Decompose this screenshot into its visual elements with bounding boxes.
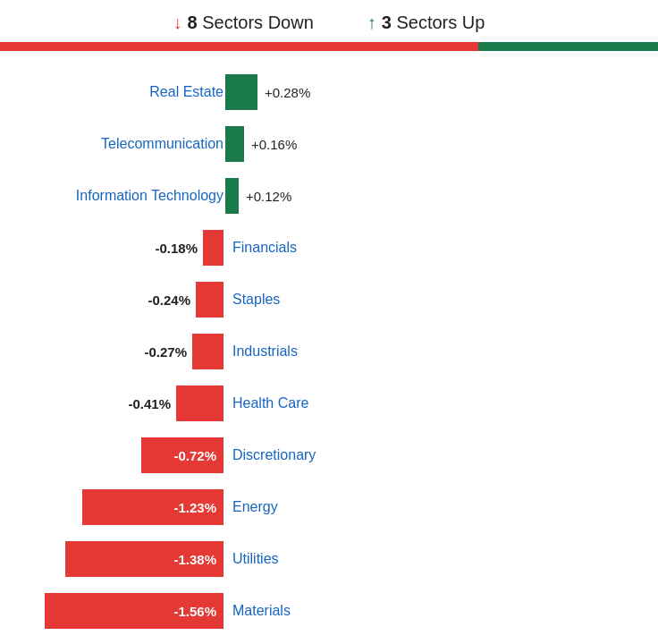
sector-label-left: Telecommunication [18,136,224,152]
sector-name: Telecommunication [101,136,224,152]
sector-name: Industrials [232,343,298,360]
progress-down [0,42,478,51]
sector-value: -0.18% [155,241,198,256]
sector-value: -0.24% [148,292,190,308]
table-row: -0.24% Staples [18,276,640,323]
table-row: Telecommunication +0.16% [18,121,640,167]
app-container: ↓ 8 Sectors Down ↑ 3 Sectors Up Real Est… [0,0,658,634]
sector-label-right: Financials [224,240,297,256]
negative-bar: -1.23% [82,489,224,525]
sector-value: -0.27% [144,344,187,360]
sector-label-left: Real Estate [18,84,224,100]
sector-label-right: Energy [224,499,278,515]
chart: Real Estate +0.28% Telecommunication +0.… [0,69,658,634]
table-row: -0.41% Health Care [18,380,640,427]
table-row: Real Estate +0.28% [18,69,640,115]
sector-label-right: Staples [224,292,280,308]
table-row: -0.72% Discretionary [18,432,640,479]
negative-bar: -0.72% [141,437,224,473]
sector-bar-left: -1.56% [18,593,224,629]
negative-bar [196,282,224,318]
table-row: -1.38% Utilities [18,536,640,582]
sector-name: Energy [232,499,278,515]
sector-value: -0.41% [128,396,171,411]
sector-name: Information Technology [76,188,224,204]
sectors-down-item: ↓ 8 Sectors Down [173,13,314,33]
progress-up [478,42,658,51]
sector-bar-left: -1.23% [18,489,224,525]
sector-bar-right: +0.28% [224,74,310,110]
sectors-up-label: 3 Sectors Up [382,13,485,33]
sector-label-right: Materials [224,603,291,619]
sector-bar-left: -0.18% [18,230,224,266]
table-row: -1.56% Materials [18,588,640,634]
sector-label-right: Industrials [224,343,298,360]
sector-value: +0.28% [265,85,310,100]
sector-value: +0.16% [251,137,297,152]
header: ↓ 8 Sectors Down ↑ 3 Sectors Up [0,0,658,42]
sector-name: Discretionary [232,447,316,463]
negative-bar [192,334,224,369]
sector-name: Utilities [232,551,279,567]
progress-bar [0,42,658,51]
negative-bar [203,230,224,266]
sector-value: +0.12% [246,189,291,204]
negative-bar [176,386,224,421]
sector-bar-left: -0.27% [18,334,224,369]
sector-name: Financials [232,240,297,256]
sector-name: Health Care [232,395,308,411]
sector-bar-left: -1.38% [18,541,224,577]
sector-name: Materials [232,603,291,619]
positive-bar [225,178,239,214]
positive-bar [225,74,257,110]
table-row: Information Technology +0.12% [18,173,640,219]
sector-label-left: Information Technology [18,188,224,204]
table-row: -1.23% Energy [18,484,640,530]
sector-bar-right: +0.16% [224,126,297,162]
table-row: -0.27% Industrials [18,328,640,375]
sector-bar-right: +0.12% [224,178,291,214]
negative-bar: -1.56% [45,593,224,629]
arrow-down-icon: ↓ [173,13,182,33]
sector-bar-left: -0.41% [18,386,224,421]
sector-label-right: Discretionary [224,447,316,463]
negative-bar: -1.38% [65,541,224,577]
sector-label-right: Utilities [224,551,279,567]
sector-name: Real Estate [149,84,224,100]
sector-name: Staples [232,292,280,308]
positive-bar [225,126,244,162]
sectors-up-item: ↑ 3 Sectors Up [367,13,485,33]
sectors-down-label: 8 Sectors Down [188,13,314,33]
sector-label-right: Health Care [224,395,308,411]
sector-bar-left: -0.24% [18,282,224,318]
table-row: -0.18% Financials [18,225,640,271]
arrow-up-icon: ↑ [367,13,376,33]
sector-bar-left: -0.72% [18,437,224,473]
